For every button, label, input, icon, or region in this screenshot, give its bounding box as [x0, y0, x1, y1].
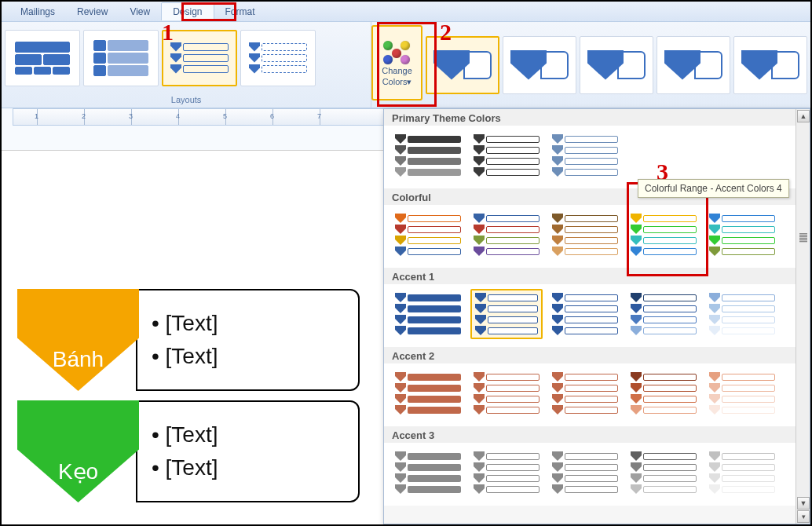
smartart-styles — [422, 22, 810, 108]
tab-design[interactable]: Design — [161, 2, 214, 20]
color-category-header: Accent 2 — [384, 347, 810, 363]
smartart-row-1[interactable]: Bánh • [Text] • [Text] — [17, 289, 360, 391]
group-layouts: Layouts — [2, 22, 371, 108]
change-colors-label-2: Colors▾ — [382, 77, 412, 86]
scroll-more-icon[interactable]: ▾ — [797, 510, 810, 523]
change-colors-icon — [382, 39, 413, 64]
style-thumb-3[interactable] — [580, 36, 653, 94]
color-swatch[interactable] — [549, 289, 621, 339]
style-thumb-5[interactable] — [733, 36, 807, 94]
color-swatch[interactable] — [627, 368, 700, 418]
smartart-bullet-2-1[interactable]: • [Text] — [152, 422, 344, 447]
color-swatch[interactable] — [392, 368, 464, 418]
color-swatch[interactable] — [392, 447, 464, 498]
scroll-handle[interactable] — [799, 233, 807, 243]
smartart-bullet-2-2[interactable]: • [Text] — [152, 455, 344, 480]
scroll-up-icon[interactable]: ▲ — [797, 110, 810, 122]
color-category-header: Accent 3 — [384, 426, 810, 443]
tab-mailings[interactable]: Mailings — [9, 3, 66, 20]
color-swatch[interactable] — [549, 447, 621, 498]
color-swatch[interactable] — [627, 210, 700, 260]
color-swatch[interactable] — [706, 289, 778, 339]
scroll-down-icon[interactable]: ▼ — [797, 497, 810, 510]
color-swatch-row — [384, 284, 810, 347]
color-swatch[interactable] — [470, 368, 543, 418]
color-swatch[interactable] — [392, 289, 464, 339]
ribbon: Layouts Change Colors▾ — [2, 22, 810, 108]
tab-view[interactable]: View — [119, 3, 161, 20]
layout-thumb-2[interactable] — [83, 30, 159, 86]
color-category-header: Accent 1 — [384, 268, 810, 284]
style-thumb-4[interactable] — [657, 36, 730, 94]
layout-thumb-3-selected[interactable] — [162, 30, 237, 86]
tab-review[interactable]: Review — [66, 3, 119, 20]
style-thumb-2[interactable] — [503, 36, 576, 94]
smartart-chevron-1[interactable]: Bánh — [17, 289, 139, 391]
color-swatch[interactable] — [549, 130, 621, 181]
layout-thumb-1[interactable] — [5, 30, 80, 86]
color-swatch[interactable] — [706, 368, 778, 418]
color-tooltip: Colorful Range - Accent Colors 4 — [638, 179, 789, 198]
color-swatch[interactable] — [470, 130, 543, 181]
panel-scrollbar[interactable]: ▲ ▼ ▾ — [796, 109, 810, 524]
change-colors-label-1: Change — [382, 66, 412, 75]
color-swatch-row — [384, 443, 810, 506]
tab-format[interactable]: Format — [214, 3, 266, 20]
color-swatch[interactable] — [392, 210, 464, 260]
ribbon-tabs: Mailings Review View Design Format — [2, 2, 810, 22]
color-swatch[interactable] — [627, 447, 700, 498]
smartart-bullet-1-1[interactable]: • [Text] — [152, 311, 344, 336]
smartart-chevron-1-label: Bánh — [53, 347, 104, 372]
smartart-textbox-1[interactable]: • [Text] • [Text] — [136, 289, 360, 391]
smartart-graphic[interactable]: Bánh • [Text] • [Text] Kẹo • [Text] • [T… — [17, 289, 360, 512]
color-category-header: Primary Theme Colors — [384, 109, 810, 126]
color-swatch[interactable] — [470, 289, 543, 339]
smartart-chevron-2[interactable]: Kẹo — [17, 400, 139, 502]
color-swatch[interactable] — [392, 130, 464, 181]
color-swatch[interactable] — [470, 447, 543, 498]
smartart-bullet-1-2[interactable]: • [Text] — [152, 344, 344, 369]
color-swatch-row — [384, 205, 810, 268]
color-swatch[interactable] — [706, 447, 778, 498]
change-colors-button[interactable]: Change Colors▾ — [371, 25, 422, 100]
color-swatch[interactable] — [627, 289, 700, 339]
layout-thumb-4[interactable] — [240, 30, 316, 86]
color-swatch[interactable] — [470, 210, 543, 260]
smartart-textbox-2[interactable]: • [Text] • [Text] — [136, 400, 360, 502]
style-thumb-1-selected[interactable] — [426, 36, 499, 94]
color-swatch[interactable] — [706, 210, 778, 260]
group-layouts-label: Layouts — [2, 93, 371, 108]
smartart-row-2[interactable]: Kẹo • [Text] • [Text] — [17, 400, 360, 502]
color-swatch[interactable] — [549, 210, 621, 260]
color-swatch[interactable] — [549, 368, 621, 418]
smartart-chevron-2-label: Kẹo — [58, 458, 98, 484]
color-swatch-row — [384, 363, 810, 426]
change-colors-panel: Primary Theme ColorsColorfulAccent 1Acce… — [383, 108, 810, 524]
